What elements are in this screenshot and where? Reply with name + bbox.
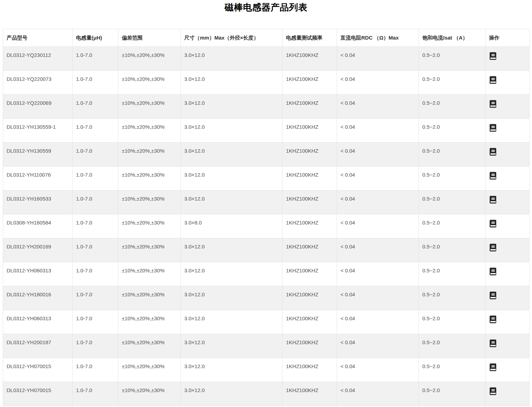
cell-model: DL0312-YQ230112	[3, 47, 73, 71]
cell-isat: 0.5~2.0	[419, 119, 485, 143]
cell-size: 3.0×12.0	[181, 190, 282, 214]
cell-model: DL0312-YH060313	[3, 310, 73, 334]
column-header-isat: 饱和电流Isat （A）	[419, 29, 485, 47]
cell-tolerance: ±10%,±20%,±30%	[118, 95, 181, 119]
table-row: DL0312-YH0700151.0-7.0±10%,±20%,±30%3.0×…	[3, 382, 530, 406]
cell-isat: 0.5~2.0	[419, 167, 485, 190]
cell-inductance: 1.0-7.0	[73, 47, 118, 71]
cell-inductance: 1.0-7.0	[73, 334, 118, 358]
table-row: DL0312-YH130559-11.0-7.0±10%,±20%,±30%3.…	[3, 119, 530, 143]
cell-tolerance: ±10%,±20%,±30%	[118, 119, 181, 143]
datasheet-action-button[interactable]	[489, 315, 497, 324]
cell-action	[485, 95, 530, 119]
cell-inductance: 1.0-7.0	[73, 190, 118, 214]
cell-tolerance: ±10%,±20%,±30%	[118, 286, 181, 310]
cell-inductance: 1.0-7.0	[73, 71, 118, 95]
cell-action	[485, 262, 530, 286]
cell-inductance: 1.0-7.0	[73, 119, 118, 143]
column-header-size: 尺寸（mm）Max（外径×长度）	[181, 29, 282, 47]
cell-isat: 0.5~2.0	[419, 47, 485, 71]
table-row: DL0312-YQ2200691.0-7.0±10%,±20%,±30%3.0×…	[3, 95, 530, 119]
cell-isat: 0.5~2.0	[419, 382, 485, 406]
cell-freq: 1KHZ100KHZ	[282, 95, 337, 119]
cell-action	[485, 119, 530, 143]
notebook-icon	[489, 196, 497, 204]
column-header-action: 操作	[485, 29, 530, 47]
cell-size: 3.0×12.0	[181, 238, 282, 262]
cell-tolerance: ±10%,±20%,±30%	[118, 310, 181, 334]
cell-inductance: 1.0-7.0	[73, 286, 118, 310]
cell-freq: 1KHZ100KHZ	[282, 214, 337, 238]
cell-freq: 1KHZ100KHZ	[282, 334, 337, 358]
cell-action	[485, 286, 530, 310]
cell-freq: 1KHZ100KHZ	[282, 238, 337, 262]
cell-isat: 0.5~2.0	[419, 358, 485, 382]
cell-action	[485, 334, 530, 358]
cell-freq: 1KHZ100KHZ	[282, 71, 337, 95]
datasheet-action-button[interactable]	[489, 124, 497, 132]
cell-freq: 1KHZ100KHZ	[282, 310, 337, 334]
cell-freq: 1KHZ100KHZ	[282, 190, 337, 214]
notebook-icon	[489, 124, 497, 132]
cell-action	[485, 214, 530, 238]
cell-model: DL0312-YH070015	[3, 358, 73, 382]
cell-rdc: < 0.04	[337, 262, 419, 286]
cell-tolerance: ±10%,±20%,±30%	[118, 262, 181, 286]
datasheet-action-button[interactable]	[489, 148, 497, 156]
cell-freq: 1KHZ100KHZ	[282, 143, 337, 167]
cell-model: DL0308-YH160584	[3, 214, 73, 238]
cell-rdc: < 0.04	[337, 358, 419, 382]
datasheet-action-button[interactable]	[489, 52, 497, 60]
cell-tolerance: ±10%,±20%,±30%	[118, 214, 181, 238]
cell-rdc: < 0.04	[337, 167, 419, 190]
cell-rdc: < 0.04	[337, 47, 419, 71]
column-header-tolerance: 偏差范围	[118, 29, 181, 47]
notebook-icon	[489, 76, 497, 84]
datasheet-action-button[interactable]	[489, 196, 497, 204]
cell-action	[485, 382, 530, 406]
cell-rdc: < 0.04	[337, 190, 419, 214]
cell-isat: 0.5~2.0	[419, 286, 485, 310]
table-row: DL0312-YH2001871.0-7.0±10%,±20%,±30%3.0×…	[3, 334, 530, 358]
cell-action	[485, 238, 530, 262]
cell-model: DL0312-YH180016	[3, 286, 73, 310]
cell-model: DL0312-YH200187	[3, 334, 73, 358]
cell-inductance: 1.0-7.0	[73, 143, 118, 167]
cell-tolerance: ±10%,±20%,±30%	[118, 71, 181, 95]
cell-size: 3.0×12.0	[181, 262, 282, 286]
table-row: DL0312-YH1800161.0-7.0±10%,±20%,±30%3.0×…	[3, 286, 530, 310]
table-row: DL0312-YH2001691.0-7.0±10%,±20%,±30%3.0×…	[3, 238, 530, 262]
datasheet-action-button[interactable]	[489, 291, 497, 300]
datasheet-action-button[interactable]	[489, 244, 497, 252]
datasheet-action-button[interactable]	[489, 339, 497, 348]
datasheet-action-button[interactable]	[489, 172, 497, 180]
column-header-frequency: 电感量测试频率	[282, 29, 337, 47]
cell-size: 3.0×12.0	[181, 47, 282, 71]
cell-rdc: < 0.04	[337, 143, 419, 167]
table-row: DL0312-YQ2301121.0-7.0±10%,±20%,±30%3.0×…	[3, 47, 530, 71]
datasheet-action-button[interactable]	[489, 100, 497, 108]
datasheet-action-button[interactable]	[489, 268, 497, 276]
notebook-icon	[489, 363, 497, 371]
datasheet-action-button[interactable]	[489, 387, 497, 396]
datasheet-action-button[interactable]	[489, 220, 497, 228]
cell-inductance: 1.0-7.0	[73, 310, 118, 334]
cell-model: DL0312-YQ220073	[3, 71, 73, 95]
cell-action	[485, 358, 530, 382]
cell-isat: 0.5~2.0	[419, 71, 485, 95]
cell-isat: 0.5~2.0	[419, 310, 485, 334]
cell-model: DL0312-YH110076	[3, 167, 73, 190]
datasheet-action-button[interactable]	[489, 363, 497, 372]
datasheet-action-button[interactable]	[489, 76, 497, 84]
cell-isat: 0.5~2.0	[419, 143, 485, 167]
notebook-icon	[489, 244, 497, 252]
cell-action	[485, 143, 530, 167]
cell-freq: 1KHZ100KHZ	[282, 262, 337, 286]
cell-freq: 1KHZ100KHZ	[282, 47, 337, 71]
cell-action	[485, 167, 530, 190]
cell-isat: 0.5~2.0	[419, 262, 485, 286]
column-header-model: 产品型号	[3, 29, 73, 47]
table-row: DL0312-YQ2200731.0-7.0±10%,±20%,±30%3.0×…	[3, 71, 530, 95]
cell-tolerance: ±10%,±20%,±30%	[118, 238, 181, 262]
table-header: 产品型号 电感量(μH) 偏差范围 尺寸（mm）Max（外径×长度） 电感量测试…	[3, 29, 530, 47]
